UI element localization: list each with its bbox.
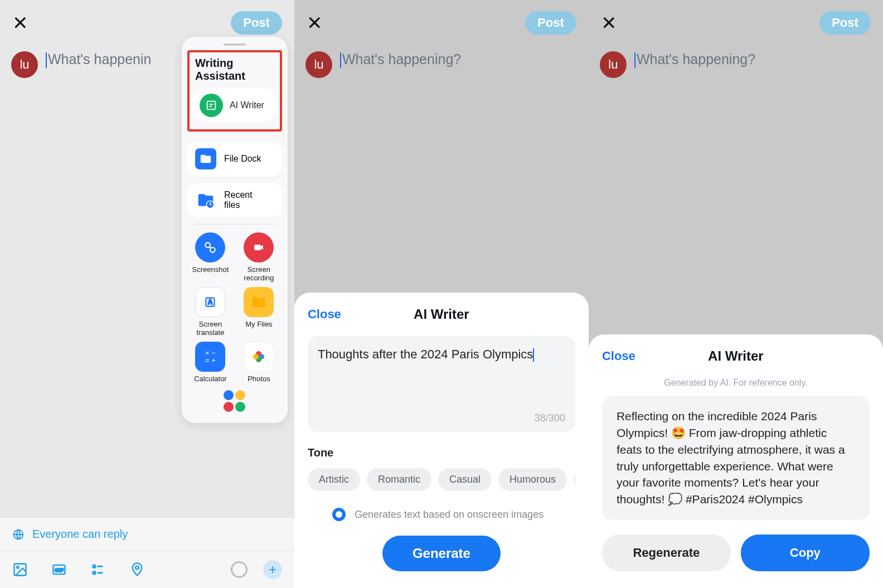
prompt-input[interactable]: Thoughts after the 2024 Paris Olympics 3… [308,336,575,432]
ai-writer-icon [200,94,223,117]
bottom-bar: Everyone can reply GIF + [0,517,294,588]
file-dock-icon [195,148,216,169]
myfiles-app[interactable]: My Files [236,287,282,337]
tone-casual[interactable]: Casual [438,468,492,491]
svg-point-10 [253,354,259,359]
result-box: Reflecting on the incredible 2024 Paris … [602,396,870,520]
placeholder-text: What's happening? [342,51,461,67]
svg-point-13 [17,566,19,568]
more-apps-icon[interactable] [222,390,247,412]
compose-input[interactable]: What's happening? [340,51,461,68]
recording-label: Screen recording [244,266,274,283]
close-button[interactable]: Close [602,349,635,363]
sheet-title: AI Writer [414,307,469,322]
screen-recording-app[interactable]: Screen recording [236,232,282,283]
copy-button[interactable]: Copy [741,534,870,571]
screenshot-app[interactable]: Screenshot [187,232,234,283]
recent-files-icon [195,189,216,211]
ai-writer-sheet: Close AI Writer Thoughts after the 2024 … [294,293,589,588]
close-button[interactable]: Close [308,307,341,322]
char-counter: 38/300 [318,412,565,424]
translate-icon: A [195,287,225,317]
tone-emo[interactable]: Emo [574,468,575,491]
photos-app[interactable]: Photos [236,342,282,383]
file-dock-label: File Dock [224,154,261,164]
highlight-box: Writing Assistant AI Writer [187,50,282,132]
post-button[interactable]: Post [231,11,282,35]
reply-audience-button[interactable]: Everyone can reply [0,517,294,551]
regenerate-button[interactable]: Regenerate [602,534,731,571]
assistant-panel: Writing Assistant AI Writer File Dock Re… [182,37,288,423]
svg-point-17 [93,572,96,575]
svg-point-16 [93,565,96,568]
radio-icon [332,508,346,521]
add-thread-button[interactable]: + [263,560,282,579]
translate-label: Screen translate [197,320,225,337]
reply-audience-label: Everyone can reply [32,528,128,541]
calculator-icon: × −= + [195,342,225,372]
char-count-circle [231,561,248,578]
recent-files-card[interactable]: Recent files [187,183,282,217]
svg-text:GIF: GIF [55,567,64,573]
ai-writer-card[interactable]: AI Writer [192,88,278,123]
tone-humorous[interactable]: Humorous [498,468,567,491]
svg-point-3 [210,247,215,252]
ai-writer-label: AI Writer [230,100,264,110]
myfiles-icon [244,287,274,317]
file-dock-card[interactable]: File Dock [187,142,282,176]
myfiles-label: My Files [245,320,272,329]
sheet-title: AI Writer [708,348,764,364]
prompt-text: Thoughts after the 2024 Paris Olympics [318,347,533,361]
svg-point-2 [206,242,211,247]
close-icon[interactable]: ✕ [601,12,617,34]
ai-writer-result-sheet: Close AI Writer Generated by AI. For ref… [589,334,883,588]
svg-point-18 [135,566,139,570]
gif-icon[interactable]: GIF [51,562,67,577]
close-icon[interactable]: ✕ [307,12,322,34]
tone-label: Tone [308,446,575,459]
panel-title: Writing Assistant [192,56,278,88]
images-option[interactable]: Generates text based on onscreen images [308,508,575,521]
compose-input[interactable]: What's happening? [634,51,755,68]
avatar: lu [11,51,38,78]
photos-label: Photos [248,375,270,383]
svg-rect-4 [254,245,261,250]
screenshot-label: Screenshot [192,266,229,274]
placeholder-text: What's happening? [637,51,755,67]
avatar: lu [305,51,332,78]
result-text: Reflecting on the incredible 2024 Paris … [617,408,855,508]
placeholder-text: What's happenin [48,51,151,67]
generate-button[interactable]: Generate [382,536,501,571]
tone-chips: Artistic Romantic Casual Humorous Emo [308,468,575,491]
avatar: lu [600,51,627,78]
divider [193,224,276,225]
poll-icon[interactable] [90,562,106,577]
screen-translate-app[interactable]: A Screen translate [187,287,234,337]
image-icon[interactable] [12,562,28,577]
compose-input[interactable]: What's happenin [46,51,151,68]
disclaimer-text: Generated by AI. For reference only. [602,378,870,388]
tone-romantic[interactable]: Romantic [367,468,431,491]
recording-icon [244,232,274,263]
svg-rect-0 [207,101,216,110]
post-button[interactable]: Post [819,11,871,35]
drag-handle[interactable] [224,43,246,46]
svg-text:A: A [208,298,213,306]
globe-icon [12,528,25,541]
calculator-label: Calculator [194,375,227,383]
screenshot-icon [195,232,225,263]
tone-artistic[interactable]: Artistic [308,468,360,491]
calculator-app[interactable]: × −= + Calculator [187,342,234,383]
close-icon[interactable]: ✕ [12,12,28,34]
images-option-label: Generates text based on onscreen images [355,509,544,521]
post-button[interactable]: Post [525,11,576,35]
recent-files-label: Recent files [224,190,253,210]
location-icon[interactable] [129,562,145,577]
photos-icon [244,342,274,372]
